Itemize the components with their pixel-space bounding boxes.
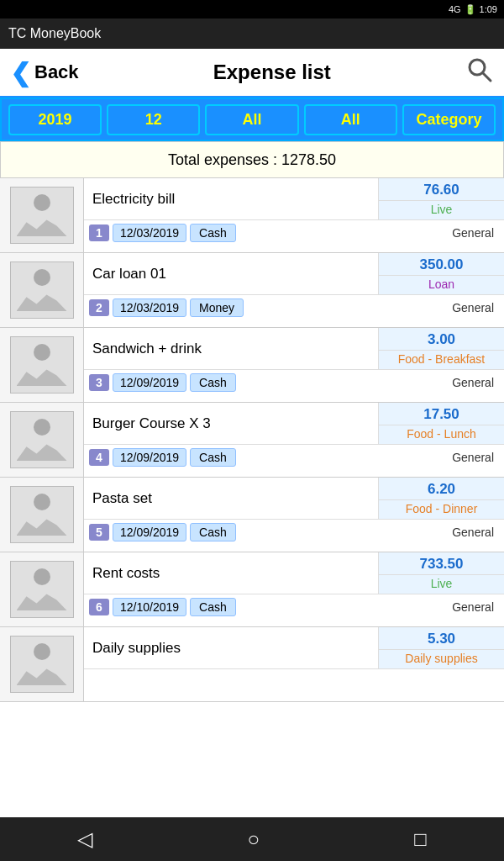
expense-thumbnail	[0, 552, 84, 626]
expense-details: Rent costs 733.50 Live 6 12/10/2019 Cash…	[84, 552, 504, 626]
expense-account: General	[447, 374, 499, 391]
expense-item-4[interactable]: Burger Course X 3 17.50 Food - Lunch 4 1…	[0, 403, 504, 478]
expense-id-badge: 5	[89, 524, 109, 541]
expense-date: 12/10/2019	[113, 598, 186, 616]
back-arrow-icon: ❮	[10, 58, 31, 87]
total-bar: Total expenses : 1278.50	[0, 141, 504, 178]
expense-method: Cash	[190, 523, 236, 541]
expense-account: General	[447, 299, 499, 316]
expense-amount: 6.20	[379, 478, 504, 499]
expense-details: Daily supplies 5.30 Daily supplies	[84, 627, 504, 701]
expense-account: General	[447, 224, 499, 241]
nav-back-button[interactable]: ◁	[60, 821, 109, 858]
expense-item-6[interactable]: Rent costs 733.50 Live 6 12/10/2019 Cash…	[0, 552, 504, 627]
back-label: Back	[34, 61, 79, 83]
expense-amount: 76.60	[379, 178, 504, 200]
expense-thumbnail	[0, 403, 84, 477]
expense-amount: 5.30	[379, 627, 504, 649]
back-button[interactable]: ❮ Back	[10, 58, 79, 87]
expense-amount-category: 6.20 Food - Dinner	[378, 478, 504, 519]
expense-item-1[interactable]: Electricity bill 76.60 Live 1 12/03/2019…	[0, 178, 504, 253]
search-icon	[465, 55, 494, 84]
filter-month[interactable]: 12	[107, 104, 200, 135]
expense-meta-row: 3 12/09/2019 Cash General	[84, 370, 504, 395]
expense-name: Pasta set	[84, 485, 378, 512]
expense-amount-category: 3.00 Food - Breakfast	[378, 328, 504, 369]
expense-category-label: Daily supplies	[379, 649, 504, 668]
expense-category-label: Food - Lunch	[379, 425, 504, 444]
expense-id-badge: 3	[89, 374, 109, 391]
expense-meta-row: 6 12/10/2019 Cash General	[84, 594, 504, 620]
filter-type1[interactable]: All	[205, 104, 298, 135]
expense-item-5[interactable]: Pasta set 6.20 Food - Dinner 5 12/09/201…	[0, 478, 504, 552]
signal-icon: 4G	[449, 4, 461, 14]
expense-details: Car loan 01 350.00 Loan 2 12/03/2019 Mon…	[84, 253, 504, 327]
expense-id-badge: 1	[89, 224, 109, 241]
expense-amount-category: 17.50 Food - Lunch	[378, 403, 504, 444]
expense-name-row: Daily supplies 5.30 Daily supplies	[84, 627, 504, 669]
expense-name-row: Pasta set 6.20 Food - Dinner	[84, 478, 504, 520]
expense-name-row: Burger Course X 3 17.50 Food - Lunch	[84, 403, 504, 445]
expense-account: General	[447, 524, 499, 541]
expense-name-row: Electricity bill 76.60 Live	[84, 178, 504, 220]
expense-amount: 733.50	[379, 552, 504, 574]
expense-amount-category: 5.30 Daily supplies	[378, 627, 504, 668]
expense-thumbnail	[0, 328, 84, 402]
time-display: 1:09	[480, 4, 497, 14]
expense-id-badge: 4	[89, 449, 109, 466]
search-button[interactable]	[465, 55, 494, 90]
expense-method: Cash	[190, 598, 236, 616]
expense-account: General	[447, 599, 499, 615]
filter-category[interactable]: Category	[402, 104, 496, 135]
expense-amount-category: 76.60 Live	[378, 178, 504, 219]
filter-type2[interactable]: All	[304, 104, 397, 135]
total-expenses-label: Total expenses : 1278.50	[168, 151, 336, 169]
expense-item-3[interactable]: Sandwich + drink 3.00 Food - Breakfast 3…	[0, 328, 504, 403]
expense-name: Sandwich + drink	[84, 335, 378, 362]
expense-amount: 3.00	[379, 328, 504, 350]
app-title-bar: TC MoneyBook	[0, 18, 504, 49]
expense-amount-category: 350.00 Loan	[378, 253, 504, 294]
page-title: Expense list	[213, 61, 331, 84]
app-title: TC MoneyBook	[8, 26, 101, 41]
expense-name-row: Sandwich + drink 3.00 Food - Breakfast	[84, 328, 504, 370]
expense-name: Car loan 01	[84, 261, 378, 288]
expense-id-badge: 2	[89, 299, 109, 316]
expense-details: Sandwich + drink 3.00 Food - Breakfast 3…	[84, 328, 504, 402]
expense-thumbnail	[0, 478, 84, 552]
expense-account: General	[447, 449, 499, 466]
expense-name: Rent costs	[84, 560, 378, 587]
expense-meta-row: 1 12/03/2019 Cash General	[84, 220, 504, 246]
expense-item-7[interactable]: Daily supplies 5.30 Daily supplies	[0, 627, 504, 702]
expense-amount: 350.00	[379, 253, 504, 275]
expense-name: Burger Course X 3	[84, 410, 378, 437]
expense-date: 12/09/2019	[113, 523, 186, 541]
expense-date: 12/03/2019	[113, 224, 186, 242]
expense-item-2[interactable]: Car loan 01 350.00 Loan 2 12/03/2019 Mon…	[0, 253, 504, 328]
expense-meta-row: 2 12/03/2019 Money General	[84, 295, 504, 320]
expense-method: Cash	[190, 224, 236, 242]
expense-meta-row: 5 12/09/2019 Cash General	[84, 520, 504, 545]
expense-thumbnail	[0, 253, 84, 327]
expense-date: 12/09/2019	[113, 373, 186, 392]
expense-thumbnail	[0, 178, 84, 252]
filter-year[interactable]: 2019	[8, 104, 102, 135]
expense-category-label: Loan	[379, 275, 504, 294]
expense-amount: 17.50	[379, 403, 504, 425]
nav-home-button[interactable]: ○	[230, 821, 276, 858]
filter-bar: 2019 12 All All Category	[0, 98, 504, 141]
expense-details: Electricity bill 76.60 Live 1 12/03/2019…	[84, 178, 504, 252]
expense-name-row: Rent costs 733.50 Live	[84, 552, 504, 594]
expense-date: 12/09/2019	[113, 448, 186, 467]
expense-category-label: Live	[379, 574, 504, 594]
header: ❮ Back Expense list	[0, 49, 504, 98]
expense-thumbnail	[0, 627, 84, 701]
expense-name-row: Car loan 01 350.00 Loan	[84, 253, 504, 295]
bottom-nav: ◁ ○ □	[0, 817, 504, 861]
expense-meta-row: 4 12/09/2019 Cash General	[84, 445, 504, 470]
expense-date: 12/03/2019	[113, 298, 186, 317]
expense-category-label: Food - Dinner	[379, 499, 504, 519]
nav-menu-button[interactable]: □	[397, 821, 444, 858]
expense-method: Cash	[190, 448, 236, 467]
expense-amount-category: 733.50 Live	[378, 552, 504, 594]
